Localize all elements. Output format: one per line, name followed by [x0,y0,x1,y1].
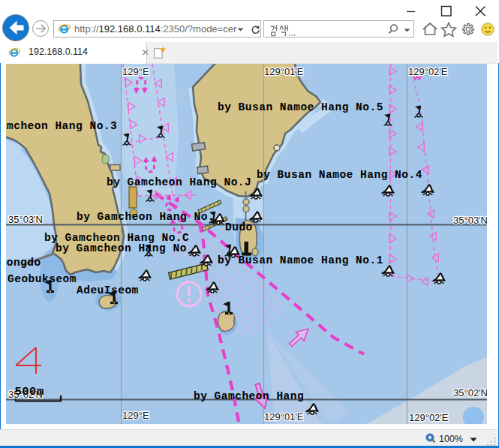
svg-text:500m: 500m [15,385,44,398]
svg-text:Songdo: Songdo [6,257,41,269]
svg-text:by Gamcheon Hang No.J: by Gamcheon Hang No.J [107,176,251,188]
svg-text:129°02'E: 129°02'E [409,412,449,423]
svg-text:100%: 100% [439,434,463,444]
svg-text:by Gamcheon Hang No.: by Gamcheon Hang No. [77,211,215,223]
svg-text:129°01'E: 129°01'E [264,411,304,422]
svg-text:129°02'E: 129°02'E [408,66,448,77]
svg-text:by Busan Namoe Hang No.4: by Busan Namoe Hang No.4 [257,169,422,181]
svg-text:Geobukseom: Geobukseom [8,273,77,285]
svg-text:129°E: 129°E [122,66,149,77]
svg-text:35°03'N: 35°03'N [8,214,43,225]
svg-text:Dudo: Dudo [225,221,253,233]
svg-text:129°01'E: 129°01'E [264,66,304,77]
svg-text:129°E: 129°E [122,410,149,421]
svg-text:AdeuIseom: AdeuIseom [77,284,139,296]
svg-text:by Gamcheon Hang: by Gamcheon Hang [194,390,304,402]
svg-text:35°03'N: 35°03'N [453,215,487,226]
svg-text:by Busan Namoe Hang No.5: by Busan Namoe Hang No.5 [218,101,383,113]
svg-text:by Busan Namoe Hang No.1: by Busan Namoe Hang No.1 [218,254,383,266]
svg-text:35°02'N: 35°02'N [453,387,487,398]
svg-text:by Gamcheon Hang No: by Gamcheon Hang No [56,242,187,254]
svg-text:Gamcheon Hang No.3: Gamcheon Hang No.3 [6,120,117,132]
